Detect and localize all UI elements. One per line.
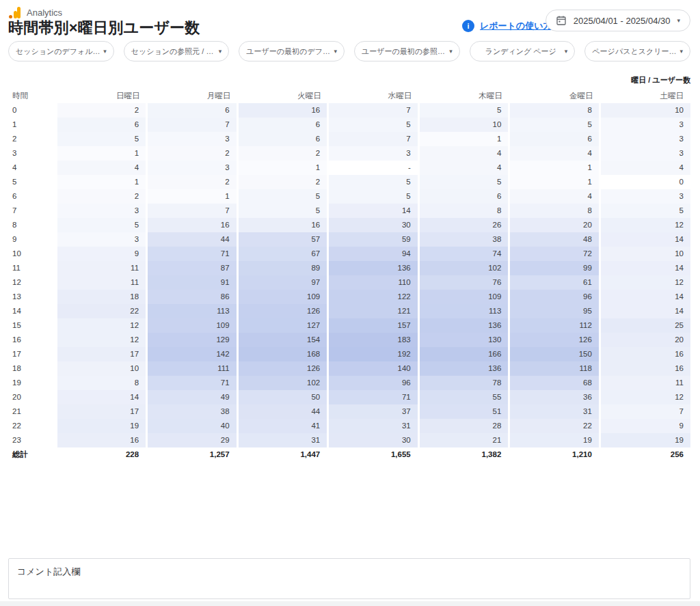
heat-cell: 26 (418, 218, 509, 232)
heat-cell: 31 (328, 419, 419, 433)
brand-name: Analytics (27, 8, 62, 18)
heat-cell: 10 (56, 361, 147, 376)
heat-cell: 3 (56, 232, 147, 247)
heat-cell: 71 (147, 247, 238, 261)
filter-chip-4[interactable]: ユーザーの最初の参照元 / メ...▾ (354, 41, 460, 61)
filter-chip-row: セッションのデフォルト チャ...▾セッションの参照元 / メディア▾ユーザーの… (8, 41, 690, 61)
heat-cell: 99 (509, 261, 600, 275)
heat-cell: 5 (328, 175, 419, 189)
heat-cell: 1 (56, 146, 147, 161)
hour-label: 6 (8, 189, 56, 204)
filter-chip-1[interactable]: セッションのデフォルト チャ...▾ (8, 41, 114, 61)
day-column-header-2[interactable]: 月曜日 (147, 89, 238, 103)
hour-label: 1 (8, 118, 56, 132)
help-link[interactable]: レポートの使い方 (480, 20, 552, 32)
heat-cell: 28 (418, 419, 509, 433)
table-row: 167651053 (8, 118, 690, 132)
table-row: 93445759384814 (8, 232, 690, 247)
table-row: 181011112614013611816 (8, 361, 690, 376)
heat-cell: 183 (328, 333, 419, 347)
chevron-down-icon: ▾ (677, 18, 680, 24)
day-column-header-7[interactable]: 土曜日 (600, 89, 690, 103)
heat-cell: 44 (147, 232, 238, 247)
filter-chip-3[interactable]: ユーザーの最初のデフォルト ...▾ (239, 41, 345, 61)
hour-label: 14 (8, 304, 56, 318)
heat-cell: 17 (56, 404, 147, 419)
heat-cell: 112 (509, 318, 600, 333)
filter-chip-label: セッションのデフォルト チャ... (16, 46, 103, 57)
heat-cell: 91 (147, 275, 238, 290)
info-icon[interactable]: i (462, 20, 474, 32)
heat-cell: 31 (237, 433, 328, 447)
date-range-label: 2025/04/01 - 2025/04/30 (574, 16, 671, 26)
heat-cell: 87 (147, 261, 238, 275)
hour-label: 20 (8, 390, 56, 404)
table-row: 737514885 (8, 204, 690, 218)
chevron-down-icon: ▾ (680, 49, 684, 55)
bottom-strip (0, 601, 700, 606)
heat-cell: 30 (328, 433, 419, 447)
heat-cell: 10 (600, 103, 690, 118)
table-row: 4431-414 (8, 161, 690, 175)
heat-cell: 5 (509, 118, 600, 132)
heat-cell: 97 (237, 275, 328, 290)
heat-cell: 113 (147, 304, 238, 318)
heat-cell: 142 (147, 347, 238, 361)
heat-cell: 3 (147, 132, 238, 146)
hour-label: 9 (8, 232, 56, 247)
day-column-header-1[interactable]: 日曜日 (56, 89, 147, 103)
chevron-down-icon: ▾ (334, 49, 337, 55)
total-value: 1,382 (418, 447, 509, 462)
heat-cell: 96 (509, 290, 600, 304)
filter-chip-5[interactable]: ランディング ページ▾ (470, 41, 576, 61)
hour-label: 0 (8, 103, 56, 118)
hour-label: 22 (8, 419, 56, 433)
filter-chip-6[interactable]: ページパスとスクリーン クラス▾ (584, 41, 690, 61)
heat-cell: 2 (147, 146, 238, 161)
hour-column-header[interactable]: 時間 (8, 89, 56, 103)
heat-cell: 12 (600, 275, 690, 290)
heat-cell: 8 (509, 103, 600, 118)
heat-cell: 102 (418, 261, 509, 275)
heat-cell: 44 (237, 404, 328, 419)
filter-chip-label: ランディング ページ (477, 46, 565, 57)
heat-cell: 12 (600, 218, 690, 232)
heat-cell: 126 (237, 361, 328, 376)
heat-cell: 12 (56, 318, 147, 333)
heat-cell: 72 (509, 247, 600, 261)
table-row: 111187891361029914 (8, 261, 690, 275)
day-column-header-5[interactable]: 木曜日 (418, 89, 509, 103)
chevron-down-icon: ▾ (449, 49, 453, 55)
date-range-button[interactable]: 2025/04/01 - 2025/04/30 ▾ (546, 10, 690, 31)
table-row: 1987110296786811 (8, 376, 690, 390)
heat-cell: 109 (147, 318, 238, 333)
table-row: 14221131261211139514 (8, 304, 690, 318)
table-row: 2014495071553612 (8, 390, 690, 404)
heat-cell: 61 (509, 275, 600, 290)
heat-cell: 102 (237, 376, 328, 390)
table-row: 12119197110766112 (8, 275, 690, 290)
total-value: 1,655 (328, 447, 419, 462)
heat-cell: 51 (418, 404, 509, 419)
filter-chip-label: ユーザーの最初の参照元 / メ... (362, 46, 449, 57)
heat-cell: 22 (509, 419, 600, 433)
day-column-header-3[interactable]: 火曜日 (237, 89, 328, 103)
heat-cell: 38 (147, 404, 238, 419)
heat-cell: 14 (600, 304, 690, 318)
chevron-down-icon: ▾ (103, 49, 107, 55)
table-row: 109716794747210 (8, 247, 690, 261)
filter-chip-label: セッションの参照元 / メディア (131, 46, 219, 57)
comment-input[interactable]: コメント記入欄 (8, 558, 690, 599)
brand: Analytics (8, 6, 62, 18)
heat-cell: 126 (509, 333, 600, 347)
heat-cell: 16 (56, 433, 147, 447)
filter-chip-2[interactable]: セッションの参照元 / メディア▾ (124, 41, 230, 61)
heat-cell: 136 (418, 318, 509, 333)
heat-cell: 16 (600, 361, 690, 376)
heat-cell: 109 (237, 290, 328, 304)
table-row: 51225510 (8, 175, 690, 189)
day-column-header-6[interactable]: 金曜日 (509, 89, 600, 103)
heat-cell: 5 (237, 204, 328, 218)
day-column-header-4[interactable]: 水曜日 (328, 89, 419, 103)
hour-label: 8 (8, 218, 56, 232)
